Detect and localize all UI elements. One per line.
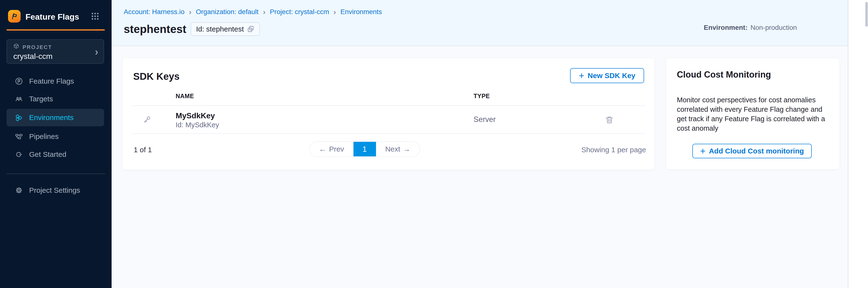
page-title: stephentest bbox=[124, 23, 186, 36]
sidebar: Feature Flags PROJECT crystal-ccm › Feat… bbox=[0, 0, 112, 288]
environment-type-value: Non-production bbox=[750, 24, 797, 32]
add-cloud-cost-monitoring-button[interactable]: + Add Cloud Cost monitoring bbox=[692, 144, 812, 158]
sdk-key-row[interactable]: MySdkKey Id: MySdkKey Server bbox=[123, 106, 654, 133]
sdk-key-name: MySdkKey bbox=[176, 111, 215, 120]
environment-id-text: Id: stephentest bbox=[196, 25, 244, 33]
sidebar-item-label: Pipelines bbox=[29, 132, 59, 140]
sidebar-item-label: Feature Flags bbox=[29, 77, 74, 85]
environment-id-chip[interactable]: Id: stephentest bbox=[191, 22, 260, 36]
environment-meta: Environment: Non-production bbox=[704, 24, 797, 32]
sidebar-item-get-started[interactable]: Get Started bbox=[6, 146, 104, 163]
people-icon bbox=[14, 95, 23, 103]
environment-label: Environment: bbox=[704, 24, 747, 32]
sdk-keys-title: SDK Keys bbox=[133, 71, 180, 82]
trash-icon bbox=[604, 115, 615, 125]
column-header-type: TYPE bbox=[473, 93, 490, 100]
sidebar-item-label: Get Started bbox=[29, 150, 66, 159]
sidebar-item-targets[interactable]: Targets bbox=[6, 90, 104, 108]
hexagons-icon bbox=[14, 113, 23, 122]
pagination: ← Prev 1 Next → bbox=[309, 141, 420, 157]
module-accent-rule bbox=[6, 29, 105, 31]
description-line: correlated with every Feature Flag chang… bbox=[677, 105, 825, 114]
sdk-key-id: Id: MySdkKey bbox=[176, 121, 219, 129]
chevron-right-icon: › bbox=[334, 8, 336, 15]
project-label: PROJECT bbox=[23, 44, 52, 51]
breadcrumb-organization[interactable]: Organization: default bbox=[196, 8, 258, 16]
page-number-active[interactable]: 1 bbox=[353, 142, 376, 156]
page-header: Account: Harness.io › Organization: defa… bbox=[112, 0, 848, 46]
table-divider bbox=[132, 133, 646, 134]
project-name: crystal-ccm bbox=[13, 52, 53, 61]
gear-icon bbox=[14, 186, 23, 195]
breadcrumb-account[interactable]: Account: Harness.io bbox=[124, 8, 185, 16]
arrow-left-icon: ← bbox=[319, 145, 326, 153]
right-panel-gutter bbox=[848, 0, 868, 288]
scrollbar-thumb[interactable] bbox=[865, 2, 868, 27]
module-switcher-grid-icon[interactable] bbox=[91, 12, 99, 20]
delete-sdk-key-button[interactable] bbox=[604, 114, 616, 126]
per-page-summary: Showing 1 per page bbox=[581, 146, 646, 154]
sidebar-divider bbox=[6, 173, 105, 174]
cloud-cost-monitoring-panel: Cloud Cost Monitoring Monitor cost persp… bbox=[666, 58, 839, 169]
cloud-cost-title: Cloud Cost Monitoring bbox=[677, 70, 771, 80]
chevron-right-icon: › bbox=[263, 8, 266, 15]
description-line: Monitor cost perspectives for cost anoma… bbox=[677, 95, 825, 105]
copy-icon[interactable] bbox=[247, 26, 254, 33]
chevron-right-icon: › bbox=[189, 8, 192, 15]
sidebar-item-label: Project Settings bbox=[29, 186, 80, 194]
feature-flags-logo-icon bbox=[8, 10, 21, 23]
sidebar-item-pipelines[interactable]: Pipelines bbox=[6, 128, 104, 145]
next-page-button[interactable]: Next → bbox=[376, 142, 420, 156]
project-selector[interactable]: PROJECT crystal-ccm › bbox=[6, 39, 104, 64]
breadcrumb: Account: Harness.io › Organization: defa… bbox=[124, 8, 382, 16]
pagination-summary: 1 of 1 bbox=[134, 146, 152, 154]
description-line: get track if any Feature Flag is correla… bbox=[677, 114, 825, 124]
sdk-keys-panel: SDK Keys + New SDK Key NAME TYPE MySdkKe… bbox=[123, 58, 654, 170]
sidebar-item-label: Targets bbox=[29, 95, 53, 103]
sidebar-item-environments[interactable]: Environments bbox=[6, 109, 104, 126]
prev-label: Prev bbox=[329, 145, 344, 153]
sidebar-item-project-settings[interactable]: Project Settings bbox=[6, 182, 104, 199]
cloud-cost-description: Monitor cost perspectives for cost anoma… bbox=[677, 95, 825, 133]
get-started-icon bbox=[14, 150, 23, 159]
sidebar-item-label: Environments bbox=[29, 114, 73, 122]
column-header-name: NAME bbox=[176, 93, 194, 100]
sdk-key-type: Server bbox=[473, 115, 496, 124]
prev-page-button[interactable]: ← Prev bbox=[310, 142, 353, 156]
add-cloud-cost-label: Add Cloud Cost monitoring bbox=[709, 147, 804, 155]
plus-icon: + bbox=[579, 72, 584, 79]
sidebar-item-feature-flags[interactable]: Feature Flags bbox=[6, 72, 104, 90]
key-icon bbox=[142, 115, 151, 124]
new-sdk-key-button[interactable]: + New SDK Key bbox=[570, 68, 644, 83]
chevron-right-icon: › bbox=[95, 46, 98, 58]
project-cube-icon bbox=[13, 43, 20, 50]
breadcrumb-project[interactable]: Project: crystal-ccm bbox=[270, 8, 329, 16]
main-content: SDK Keys + New SDK Key NAME TYPE MySdkKe… bbox=[112, 46, 848, 288]
description-line: cost anomaly bbox=[677, 124, 825, 133]
plus-icon: + bbox=[700, 148, 706, 155]
new-sdk-key-label: New SDK Key bbox=[588, 71, 636, 80]
breadcrumb-environments[interactable]: Environments bbox=[340, 8, 382, 16]
next-label: Next bbox=[385, 145, 400, 153]
pipeline-icon bbox=[14, 132, 23, 141]
module-title: Feature Flags bbox=[26, 12, 79, 22]
arrow-right-icon: → bbox=[403, 145, 410, 153]
flag-circle-icon bbox=[14, 77, 23, 86]
